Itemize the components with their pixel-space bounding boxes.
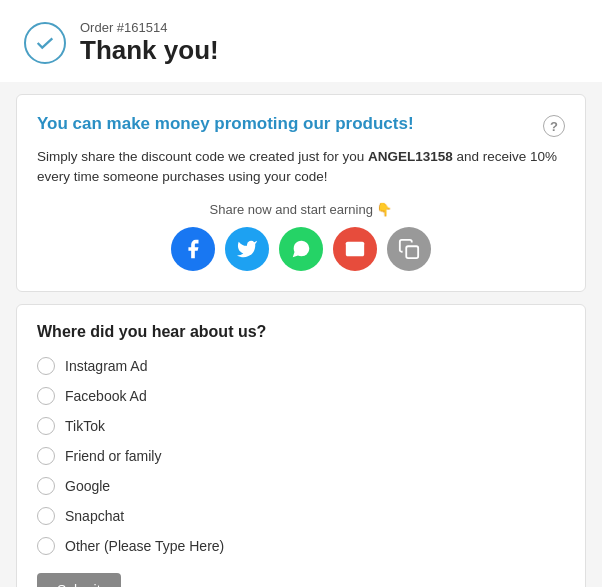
radio-input-tiktok[interactable] <box>37 417 55 435</box>
radio-label-other: Other (Please Type Here) <box>65 538 224 554</box>
radio-label-friend: Friend or family <box>65 448 161 464</box>
radio-label-tiktok: TikTok <box>65 418 105 434</box>
radio-item-facebook[interactable]: Facebook Ad <box>37 387 565 405</box>
order-number: Order #161514 <box>80 20 219 35</box>
radio-input-google[interactable] <box>37 477 55 495</box>
email-share-button[interactable] <box>333 227 377 271</box>
thank-you-heading: Thank you! <box>80 35 219 66</box>
radio-item-google[interactable]: Google <box>37 477 565 495</box>
help-icon[interactable]: ? <box>543 115 565 137</box>
radio-label-facebook: Facebook Ad <box>65 388 147 404</box>
page-wrapper: Order #161514 Thank you! You can make mo… <box>0 0 602 587</box>
promo-card: You can make money promoting our product… <box>16 94 586 292</box>
whatsapp-share-button[interactable] <box>279 227 323 271</box>
header-text-block: Order #161514 Thank you! <box>80 20 219 66</box>
radio-label-google: Google <box>65 478 110 494</box>
radio-input-snapchat[interactable] <box>37 507 55 525</box>
copy-share-button[interactable] <box>387 227 431 271</box>
radio-item-snapchat[interactable]: Snapchat <box>37 507 565 525</box>
share-section: Share now and start earning 👇 <box>37 202 565 271</box>
submit-button[interactable]: Submit <box>37 573 121 588</box>
radio-input-friend[interactable] <box>37 447 55 465</box>
radio-label-snapchat: Snapchat <box>65 508 124 524</box>
twitter-share-button[interactable] <box>225 227 269 271</box>
check-circle-icon <box>24 22 66 64</box>
svg-rect-0 <box>406 246 418 258</box>
share-icons-group <box>37 227 565 271</box>
promo-card-header: You can make money promoting our product… <box>37 113 565 137</box>
survey-radio-group: Instagram AdFacebook AdTikTokFriend or f… <box>37 357 565 555</box>
promo-body-prefix: Simply share the discount code we create… <box>37 149 368 164</box>
radio-input-facebook[interactable] <box>37 387 55 405</box>
header-section: Order #161514 Thank you! <box>0 0 602 82</box>
promo-body: Simply share the discount code we create… <box>37 147 565 188</box>
radio-item-other[interactable]: Other (Please Type Here) <box>37 537 565 555</box>
promo-title: You can make money promoting our product… <box>37 113 535 135</box>
survey-card: Where did you hear about us? Instagram A… <box>16 304 586 588</box>
share-label: Share now and start earning 👇 <box>37 202 565 217</box>
radio-item-tiktok[interactable]: TikTok <box>37 417 565 435</box>
radio-input-other[interactable] <box>37 537 55 555</box>
radio-input-instagram[interactable] <box>37 357 55 375</box>
radio-item-instagram[interactable]: Instagram Ad <box>37 357 565 375</box>
promo-code: ANGEL13158 <box>368 149 453 164</box>
radio-item-friend[interactable]: Friend or family <box>37 447 565 465</box>
radio-label-instagram: Instagram Ad <box>65 358 148 374</box>
facebook-share-button[interactable] <box>171 227 215 271</box>
survey-title: Where did you hear about us? <box>37 323 565 341</box>
